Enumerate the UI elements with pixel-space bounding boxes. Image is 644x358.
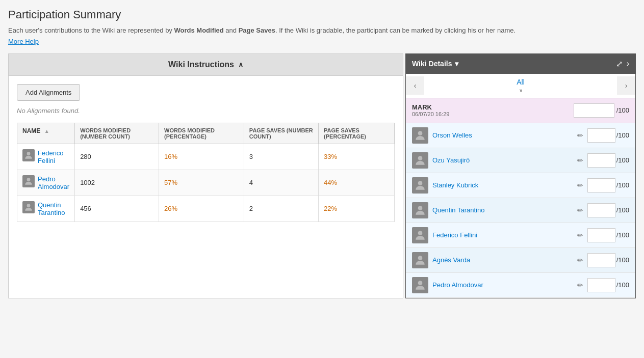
grade-input[interactable]	[587, 253, 615, 267]
col-name: NAME ▲	[17, 123, 75, 144]
table-cell: 4	[244, 170, 318, 196]
wiki-details-header: Wiki Details ▾ ⤢ ›	[406, 54, 635, 74]
wiki-nav-all[interactable]: All	[428, 78, 613, 86]
add-alignments-button[interactable]: Add Alignments	[17, 84, 80, 101]
grade-input[interactable]	[587, 153, 615, 168]
edit-icon[interactable]: ✏	[577, 256, 583, 264]
grade-input[interactable]	[587, 203, 615, 217]
table-row: PedroAlmodovar 100257%444%	[17, 170, 395, 196]
user-grade-row: Stanley Kubrick ✏ /100	[406, 173, 635, 198]
col-page-saves-count: PAGE SAVES (NUMBER COUNT)	[244, 123, 318, 144]
edit-icon[interactable]: ✏	[577, 131, 583, 140]
avatar	[412, 127, 428, 144]
mark-out-of: /100	[616, 106, 629, 114]
mark-row: MARK 06/07/20 16:29 /100	[406, 98, 635, 123]
table-row: FedericoFellini 28016%333%	[17, 144, 395, 170]
mark-score-input[interactable]	[574, 103, 614, 118]
edit-icon[interactable]: ✏	[577, 181, 583, 189]
table-cell: 22%	[319, 196, 395, 222]
left-panel: Wiki Instructions ∧ Add Alignments No Al…	[8, 53, 403, 298]
edit-icon[interactable]: ✏	[577, 231, 583, 239]
grade-input[interactable]	[587, 228, 615, 242]
avatar	[412, 177, 428, 194]
avatar	[412, 152, 428, 169]
no-alignments-text: No Alignments found.	[17, 107, 395, 115]
wiki-navigation: ‹ All ∨ ›	[406, 74, 635, 98]
grade-out-of: /100	[616, 231, 629, 239]
grade-user-name[interactable]: Quentin Tarantino	[432, 206, 577, 214]
avatar	[22, 149, 35, 161]
page-title: Participation Summary	[8, 8, 636, 21]
avatar	[22, 201, 35, 213]
svg-point-6	[418, 206, 423, 210]
description-suffix: . If the Wiki is gradable, the participa…	[275, 26, 516, 34]
grade-input[interactable]	[587, 128, 615, 143]
user-name-cell: QuentinTarantino	[17, 196, 75, 222]
edit-icon[interactable]: ✏	[577, 156, 583, 164]
next-button[interactable]: ›	[627, 59, 629, 68]
avatar	[412, 227, 428, 243]
wiki-instructions-chevron: ∧	[238, 61, 243, 69]
table-cell: 1002	[75, 170, 159, 196]
svg-point-2	[27, 204, 31, 207]
svg-point-8	[418, 256, 423, 260]
wiki-nav-chevron: ∨	[519, 88, 523, 93]
user-grades-list: Orson Welles ✏ /100 Ozu Yasujirô ✏ /100	[406, 123, 635, 298]
user-grade-row: Agnès Varda ✏ /100	[406, 248, 635, 273]
user-link[interactable]: PedroAlmodovar	[38, 175, 69, 190]
wiki-nav-next[interactable]: ›	[617, 76, 635, 95]
grade-out-of: /100	[616, 181, 629, 189]
grade-score-group: /100	[587, 278, 629, 292]
percentage-value: 57%	[164, 179, 177, 186]
grade-input[interactable]	[587, 178, 615, 192]
user-grade-row: Pedro Almodovar ✏ /100	[406, 273, 635, 298]
table-cell: 57%	[159, 170, 244, 196]
wiki-nav-prev[interactable]: ‹	[406, 76, 424, 95]
grade-user-name[interactable]: Pedro Almodovar	[432, 281, 577, 289]
description-bold2: Page Saves	[239, 26, 275, 34]
user-name-cell: PedroAlmodovar	[17, 170, 75, 196]
grade-score-group: /100	[587, 228, 629, 242]
more-help-link[interactable]: More Help	[8, 38, 39, 45]
grade-score-group: /100	[587, 128, 629, 143]
grade-user-name[interactable]: Federico Fellini	[432, 231, 577, 239]
grade-score-group: /100	[587, 253, 629, 267]
avatar	[22, 175, 35, 187]
svg-point-4	[418, 156, 423, 160]
user-link[interactable]: QuentinTarantino	[38, 201, 65, 216]
percentage-value: 26%	[164, 205, 177, 212]
right-panel: Wiki Details ▾ ⤢ › ‹ All ∨ ›	[405, 53, 636, 298]
expand-button[interactable]: ⤢	[616, 59, 623, 69]
avatar	[412, 252, 428, 268]
wiki-details-chevron: ▾	[455, 60, 458, 68]
table-cell: 280	[75, 144, 159, 170]
svg-point-9	[418, 281, 423, 285]
user-link[interactable]: FedericoFellini	[38, 149, 64, 164]
grade-score-group: /100	[587, 178, 629, 192]
svg-point-1	[27, 178, 31, 181]
table-cell: 456	[75, 196, 159, 222]
mark-date: 06/07/20 16:29	[412, 111, 449, 117]
grade-out-of: /100	[616, 206, 629, 214]
description-prefix: Each user's contributions to the Wiki ar…	[8, 26, 174, 34]
grade-input[interactable]	[587, 278, 615, 292]
edit-icon[interactable]: ✏	[577, 206, 583, 214]
svg-point-3	[418, 131, 423, 135]
page-description: Each user's contributions to the Wiki ar…	[8, 25, 636, 36]
user-grade-row: Federico Fellini ✏ /100	[406, 223, 635, 248]
grade-user-name[interactable]: Orson Welles	[432, 131, 577, 139]
description-middle: and	[224, 26, 239, 34]
percentage-value: 44%	[324, 179, 337, 186]
grade-user-name[interactable]: Stanley Kubrick	[432, 181, 577, 189]
svg-point-7	[418, 231, 423, 235]
table-cell: 2	[244, 196, 318, 222]
grade-out-of: /100	[616, 256, 629, 264]
grade-out-of: /100	[616, 281, 629, 289]
user-name-cell: FedericoFellini	[17, 144, 75, 170]
table-cell: 33%	[319, 144, 395, 170]
col-words-modified-count: WORDS MODIFIED (NUMBER COUNT)	[75, 123, 159, 144]
grade-user-name[interactable]: Agnès Varda	[432, 256, 577, 264]
grade-user-name[interactable]: Ozu Yasujirô	[432, 156, 577, 164]
edit-icon[interactable]: ✏	[577, 281, 583, 289]
user-grade-row: Ozu Yasujirô ✏ /100	[406, 148, 635, 173]
